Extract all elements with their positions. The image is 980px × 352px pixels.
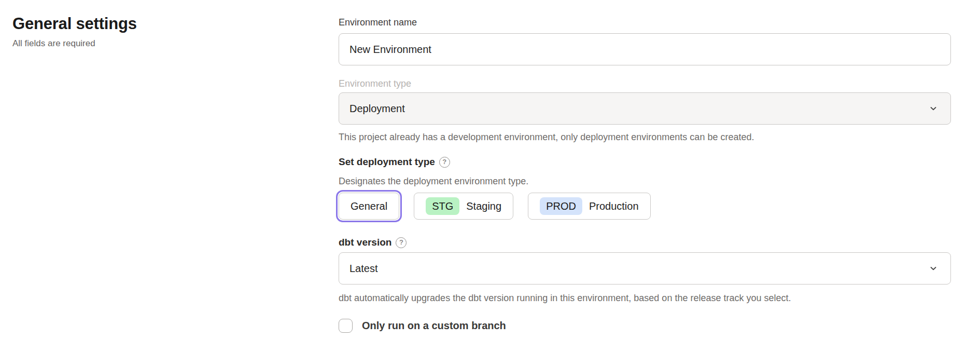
general-settings-page: General settings All fields are required… xyxy=(0,0,980,333)
dbt-version-helper-text: dbt automatically upgrades the dbt versi… xyxy=(339,291,951,305)
environment-type-selected-value: Deployment xyxy=(349,103,929,115)
environment-type-select[interactable]: Deployment xyxy=(339,92,951,125)
environment-type-helper-text: This project already has a development e… xyxy=(339,130,951,144)
chevron-down-icon xyxy=(929,264,938,273)
deployment-type-label: Set deployment type xyxy=(339,155,435,169)
deployment-type-section-label: Set deployment type ? xyxy=(339,155,951,169)
page-title: General settings xyxy=(12,15,339,33)
dbt-version-selected-value: Latest xyxy=(349,263,929,275)
custom-branch-row: Only run on a custom branch xyxy=(339,319,951,333)
chevron-down-icon xyxy=(929,104,938,113)
deployment-type-general-label: General xyxy=(351,201,387,211)
environment-type-label: Environment type xyxy=(339,77,951,90)
environment-name-input[interactable] xyxy=(339,33,951,65)
deployment-type-general-button[interactable]: General xyxy=(339,193,399,220)
production-badge: PROD xyxy=(540,197,582,215)
custom-branch-label: Only run on a custom branch xyxy=(362,320,506,332)
deployment-type-options: General STG Staging PROD Production xyxy=(339,193,951,220)
page-subtitle: All fields are required xyxy=(12,38,339,49)
help-icon[interactable]: ? xyxy=(396,237,407,248)
dbt-version-label: dbt version xyxy=(339,236,391,249)
custom-branch-checkbox[interactable] xyxy=(339,319,353,333)
dbt-version-select[interactable]: Latest xyxy=(339,252,951,285)
deployment-type-staging-label: Staging xyxy=(466,201,501,211)
dbt-version-section-label: dbt version ? xyxy=(339,236,951,249)
environment-name-label: Environment name xyxy=(339,16,951,29)
deployment-type-helper-text: Designates the deployment environment ty… xyxy=(339,174,951,188)
environment-settings-form: Environment name Environment type Deploy… xyxy=(339,0,951,333)
settings-intro-panel: General settings All fields are required xyxy=(0,0,339,333)
help-icon[interactable]: ? xyxy=(439,157,450,168)
deployment-type-production-button[interactable]: PROD Production xyxy=(528,193,650,220)
deployment-type-staging-button[interactable]: STG Staging xyxy=(414,193,513,220)
deployment-type-production-label: Production xyxy=(589,201,639,211)
staging-badge: STG xyxy=(426,197,459,215)
